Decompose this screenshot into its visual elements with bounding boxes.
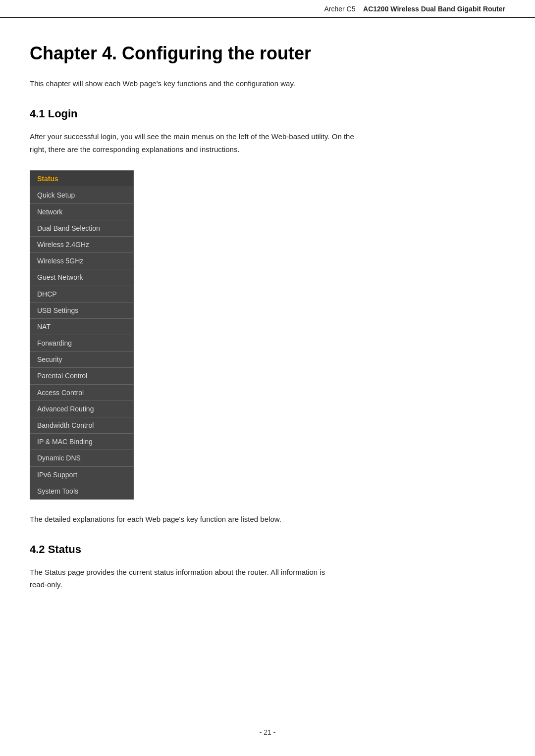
nav-menu: StatusQuick SetupNetworkDual Band Select…: [30, 170, 134, 500]
nav-item-system-tools[interactable]: System Tools: [30, 483, 133, 499]
nav-item-forwarding[interactable]: Forwarding: [30, 335, 133, 352]
nav-item-status[interactable]: Status: [30, 171, 133, 187]
nav-item-ipv6-support[interactable]: IPv6 Support: [30, 467, 133, 483]
nav-item-usb-settings[interactable]: USB Settings: [30, 302, 133, 319]
section-42-body: The Status page provides the current sta…: [30, 566, 505, 591]
chapter-heading: Chapter 4. Configuring the router: [30, 43, 505, 64]
nav-item-dynamic-dns[interactable]: Dynamic DNS: [30, 450, 133, 466]
nav-item-wireless-24ghz[interactable]: Wireless 2.4GHz: [30, 237, 133, 253]
nav-item-bandwidth-control[interactable]: Bandwidth Control: [30, 417, 133, 434]
header-model: Archer C5: [324, 5, 355, 13]
nav-item-security[interactable]: Security: [30, 352, 133, 368]
header-product: AC1200 Wireless Dual Band Gigabit Router: [363, 5, 505, 13]
section-42: 4.2 Status The Status page provides the …: [30, 543, 505, 591]
nav-item-nat[interactable]: NAT: [30, 319, 133, 335]
page-number: - 21 -: [260, 728, 276, 736]
main-content: Chapter 4. Configuring the router This c…: [0, 18, 535, 621]
nav-item-ip--mac-binding[interactable]: IP & MAC Binding: [30, 434, 133, 450]
nav-item-parental-control[interactable]: Parental Control: [30, 368, 133, 384]
nav-item-access-control[interactable]: Access Control: [30, 385, 133, 401]
section-42-line1: The Status page provides the current sta…: [30, 568, 325, 576]
nav-item-wireless-5ghz[interactable]: Wireless 5GHz: [30, 253, 133, 269]
section-41-body: After your successful login, you will se…: [30, 130, 505, 155]
section-41-line2: right, there are the corresponding expla…: [30, 145, 240, 153]
nav-item-dhcp[interactable]: DHCP: [30, 286, 133, 302]
nav-item-network[interactable]: Network: [30, 204, 133, 220]
nav-item-advanced-routing[interactable]: Advanced Routing: [30, 401, 133, 417]
header-title: Archer C5 AC1200 Wireless Dual Band Giga…: [324, 5, 505, 13]
section-41-heading: 4.1 Login: [30, 107, 505, 120]
section-41-line1: After your successful login, you will se…: [30, 132, 354, 141]
header-bar: Archer C5 AC1200 Wireless Dual Band Giga…: [0, 0, 535, 18]
section-42-line2: read-only.: [30, 580, 62, 589]
section-42-heading: 4.2 Status: [30, 543, 505, 556]
nav-item-quick-setup[interactable]: Quick Setup: [30, 187, 133, 203]
nav-item-dual-band-selection[interactable]: Dual Band Selection: [30, 220, 133, 237]
chapter-intro: This chapter will show each Web page's k…: [30, 78, 505, 90]
section-41: 4.1 Login After your successful login, y…: [30, 107, 505, 525]
page-container: Archer C5 AC1200 Wireless Dual Band Giga…: [0, 0, 535, 756]
nav-item-guest-network[interactable]: Guest Network: [30, 269, 133, 286]
below-menu-text: The detailed explanations for each Web p…: [30, 513, 505, 525]
footer: - 21 -: [0, 728, 535, 736]
